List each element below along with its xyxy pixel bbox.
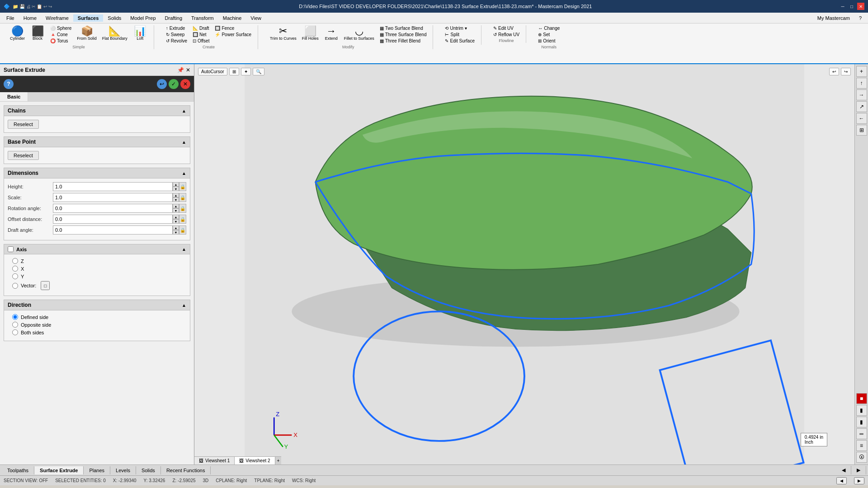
menu-file[interactable]: File — [2, 14, 19, 22]
spinner-rotation-down[interactable]: ▼ — [173, 208, 179, 213]
scroll-right-btn[interactable]: ▶ — [851, 466, 866, 474]
ribbon-btn-orient[interactable]: ⊞ Orient — [536, 38, 561, 44]
ribbon-btn-torus[interactable]: ⭕ Torus — [48, 38, 73, 44]
ribbon-btn-block[interactable]: ⬛ Block — [28, 25, 47, 42]
menu-home[interactable]: Home — [19, 14, 41, 22]
ribbon-btn-sweep[interactable]: ↻ Sweep — [164, 32, 189, 38]
ribbon-btn-untrim[interactable]: ⟲ Untrim ▾ — [443, 25, 476, 31]
ribbon-btn-edit-surface[interactable]: ✎ Edit Surface — [443, 38, 476, 44]
rt-btn-scroll[interactable]: ⦿ — [856, 452, 867, 463]
input-height[interactable] — [53, 182, 173, 191]
ribbon-btn-three-surface-blend[interactable]: ▦ Three Surface Blend — [378, 32, 429, 38]
radio-x[interactable] — [12, 266, 18, 272]
vp-zoom-btn[interactable]: 🔍 — [253, 68, 264, 75]
spinner-draft-down[interactable]: ▼ — [173, 230, 179, 235]
scroll-left-btn[interactable]: ◀ — [836, 466, 851, 474]
rt-btn-arrow-up[interactable]: ↑ — [856, 78, 867, 89]
rt-btn-blue-bar1[interactable]: ▮ — [856, 405, 867, 416]
menu-drafting[interactable]: Drafting — [160, 14, 187, 22]
ok-button[interactable]: ✓ — [169, 79, 179, 89]
rt-btn-grid[interactable]: ⊞ — [856, 125, 867, 136]
viewport[interactable]: AutoCursor ⊞ ✦ 🔍 ↩ ↪ — [194, 64, 854, 465]
ribbon-btn-three-fillet-blend[interactable]: ▦ Three Fillet Blend — [378, 38, 429, 44]
back-button[interactable]: ↩ — [157, 79, 167, 89]
section-direction-header[interactable]: Direction ▲ — [4, 300, 190, 310]
rt-btn-red-indicator[interactable]: ■ — [856, 393, 867, 404]
vp-snap-grid-btn[interactable]: ⊞ — [229, 68, 239, 75]
spinner-height-up[interactable]: ▲ — [173, 182, 179, 187]
vp-redo-btn[interactable]: ↪ — [841, 68, 851, 75]
radio-y[interactable] — [12, 273, 18, 279]
window-controls-right[interactable]: ─ □ ✕ — [839, 3, 864, 10]
ribbon-btn-trim-curves[interactable]: ✂ Trim to Curves — [268, 25, 298, 42]
rt-btn-arrow-diagonal[interactable]: ↗ — [856, 101, 867, 112]
menu-transform[interactable]: Transform — [187, 14, 218, 22]
radio-both-sides[interactable] — [12, 329, 18, 335]
ribbon-btn-fence[interactable]: 🔲 Fence — [213, 25, 253, 31]
vp-undo-btn[interactable]: ↩ — [829, 68, 839, 75]
status-button-right[interactable]: ▶ — [854, 477, 864, 484]
rt-btn-arrow-left[interactable]: ← — [856, 113, 867, 124]
lock-scale[interactable]: 🔒 — [179, 193, 186, 202]
rt-btn-plus[interactable]: + — [856, 66, 867, 77]
spinner-offset-down[interactable]: ▼ — [173, 219, 179, 224]
ribbon-btn-edit-uv[interactable]: ✎ Edit UV — [491, 25, 521, 31]
status-button-left[interactable]: ◀ — [836, 477, 847, 484]
tab-planes[interactable]: Planes — [84, 466, 110, 474]
viewsheet1-tab[interactable]: 🖼 Viewsheet 1 — [194, 457, 235, 465]
spinner-rotation-up[interactable]: ▲ — [173, 204, 179, 208]
radio-vector[interactable] — [12, 283, 18, 289]
lock-draft[interactable]: 🔒 — [179, 225, 186, 235]
ribbon-btn-fill-holes[interactable]: ⬜ Fill Holes — [300, 25, 321, 42]
spinner-offset-up[interactable]: ▲ — [173, 215, 179, 219]
panel-close-button[interactable]: ✕ — [186, 67, 190, 73]
ribbon-btn-sphere[interactable]: ⚪ Sphere — [48, 25, 73, 31]
menu-help[interactable]: ? — [854, 14, 866, 22]
autocursor-btn[interactable]: AutoCursor — [198, 68, 227, 75]
tab-levels[interactable]: Levels — [110, 466, 136, 474]
cancel-button[interactable]: ✕ — [180, 79, 190, 89]
ribbon-btn-flat-boundary[interactable]: 📐 Flat Boundary — [100, 25, 129, 42]
radio-z[interactable] — [12, 258, 18, 264]
spinner-height-down[interactable]: ▼ — [173, 187, 179, 191]
lock-rotation[interactable]: 🔒 — [179, 204, 186, 213]
vector-pick-button[interactable]: □ — [41, 281, 50, 290]
menu-machine[interactable]: Machine — [218, 14, 246, 22]
tab-basic[interactable]: Basic — [0, 92, 28, 101]
menu-solids[interactable]: Solids — [103, 14, 126, 22]
menu-view[interactable]: View — [246, 14, 266, 22]
ribbon-btn-cylinder[interactable]: 🔵 Cylinder — [8, 25, 27, 42]
ribbon-btn-extend[interactable]: → Extend — [322, 25, 340, 42]
base-point-reselect-button[interactable]: Reselect — [8, 151, 39, 160]
menu-my-mastercam[interactable]: My Mastercam — [813, 14, 854, 22]
chains-reselect-button[interactable]: Reselect — [8, 120, 39, 129]
ribbon-btn-power-surface[interactable]: ⚡ Power Surface — [213, 32, 253, 38]
ribbon-btn-fillet-surfaces[interactable]: ◡ Fillet to Surfaces — [342, 25, 376, 42]
spinner-scale-up[interactable]: ▲ — [173, 193, 179, 197]
ribbon-btn-offset[interactable]: ⊡ Offset — [191, 38, 212, 44]
vp-snap-pt-btn[interactable]: ✦ — [241, 68, 251, 75]
help-button[interactable]: ? — [4, 79, 14, 89]
radio-opposite-side[interactable] — [12, 322, 18, 328]
ribbon-btn-loft[interactable]: 📊 Loft — [131, 25, 149, 42]
spinner-draft-up[interactable]: ▲ — [173, 225, 179, 230]
maximize-button[interactable]: □ — [848, 3, 855, 10]
menu-surfaces[interactable]: Surfaces — [73, 14, 103, 22]
axis-checkbox[interactable] — [8, 246, 14, 252]
section-chains-header[interactable]: Chains ▲ — [4, 105, 190, 116]
ribbon-btn-two-surface-blend[interactable]: ▦ Two Surface Blend — [378, 25, 429, 31]
input-scale[interactable] — [53, 193, 173, 202]
ribbon-btn-draft[interactable]: 📐 Draft — [191, 25, 212, 31]
ribbon-btn-reflow-uv[interactable]: ↺ Reflow UV — [491, 32, 521, 38]
ribbon-btn-net[interactable]: 🔲 Net — [191, 32, 212, 38]
section-dimensions-header[interactable]: Dimensions ▲ — [4, 168, 190, 178]
input-offset[interactable] — [53, 215, 173, 224]
tab-surface-extrude[interactable]: Surface Extrude — [34, 466, 84, 474]
ribbon-btn-change[interactable]: ↔ Change — [536, 25, 561, 31]
section-axis-header[interactable]: Axis ▲ — [4, 244, 190, 254]
input-rotation[interactable] — [53, 204, 173, 213]
viewsheet2-tab[interactable]: 🖼 Viewsheet 2 — [235, 457, 275, 465]
tab-recent-functions[interactable]: Recent Functions — [161, 466, 211, 474]
ribbon-btn-extrude[interactable]: ↑ Extrude — [164, 25, 189, 31]
ribbon-btn-set[interactable]: ⊕ Set — [536, 32, 561, 38]
